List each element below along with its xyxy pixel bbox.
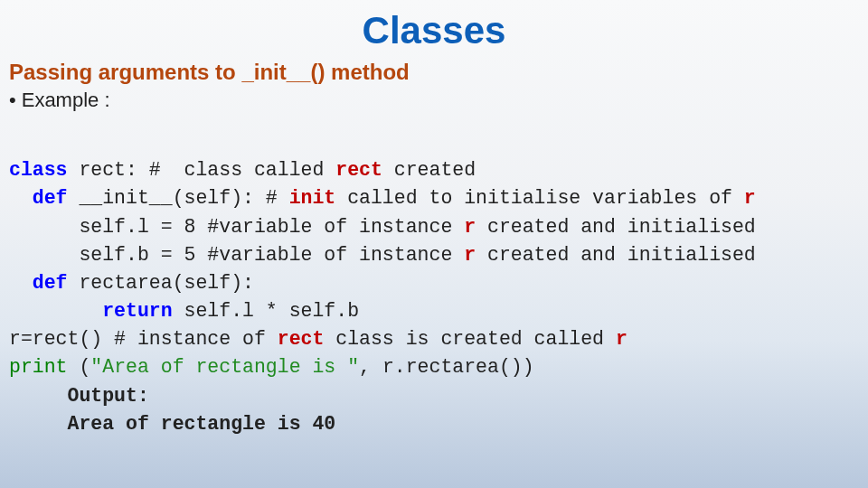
kw-return: return: [9, 300, 173, 322]
string-literal: "Area of rectangle is ": [90, 356, 359, 378]
code-text: called to initialise variables of: [335, 187, 744, 209]
kw-init: init: [289, 187, 336, 209]
code-line-7: r=rect() # instance of rect class is cre…: [9, 328, 627, 350]
code-text: __init__(self): #: [68, 187, 289, 209]
code-text: self.b = 5 #variable of instance: [9, 244, 464, 266]
bullet-text: Example :: [22, 89, 110, 111]
code-text: , r.rectarea()): [359, 356, 534, 378]
code-text: created and initialised: [476, 244, 756, 266]
code-line-6: return self.l * self.b: [9, 300, 359, 322]
kw-r: r: [464, 244, 476, 266]
kw-r: r: [744, 187, 756, 209]
output-label: Output:: [9, 385, 149, 407]
code-text: class is created called: [324, 328, 616, 350]
kw-rect: rect: [335, 159, 382, 181]
code-line-1: class rect: # class called rect created: [9, 159, 476, 181]
bullet-example: •Example :: [0, 87, 868, 125]
kw-def: def: [9, 187, 68, 209]
output-value: Area of rectangle is 40: [9, 413, 335, 435]
code-line-5: def rectarea(self):: [9, 272, 254, 294]
code-text: rectarea(self):: [79, 272, 254, 294]
kw-r: r: [464, 216, 476, 238]
code-text: r=rect() # instance of: [9, 328, 278, 350]
kw-rect: rect: [278, 328, 325, 350]
kw-r: r: [616, 328, 627, 350]
code-line-3: self.l = 8 #variable of instance r creat…: [9, 216, 756, 238]
kw-print: print: [9, 356, 68, 378]
code-text: created and initialised: [476, 216, 756, 238]
code-text: created: [382, 159, 476, 181]
code-line-4: self.b = 5 #variable of instance r creat…: [9, 244, 756, 266]
code-text: self.l * self.b: [173, 300, 359, 322]
code-text: (: [68, 356, 91, 378]
section-subtitle: Passing arguments to _init__() method: [0, 52, 868, 87]
kw-def: def: [9, 272, 79, 294]
code-text: self.l = 8 #variable of instance: [9, 216, 464, 238]
kw-class: class: [9, 159, 68, 181]
slide-title: Classes: [0, 0, 868, 52]
code-line-8: print ("Area of rectangle is ", r.rectar…: [9, 356, 534, 378]
code-text: rect: # class called: [68, 159, 336, 181]
code-line-2: def __init__(self): # init called to ini…: [9, 187, 756, 209]
code-block: class rect: # class called rect created …: [0, 125, 868, 438]
bullet-dot-icon: •: [9, 89, 16, 112]
